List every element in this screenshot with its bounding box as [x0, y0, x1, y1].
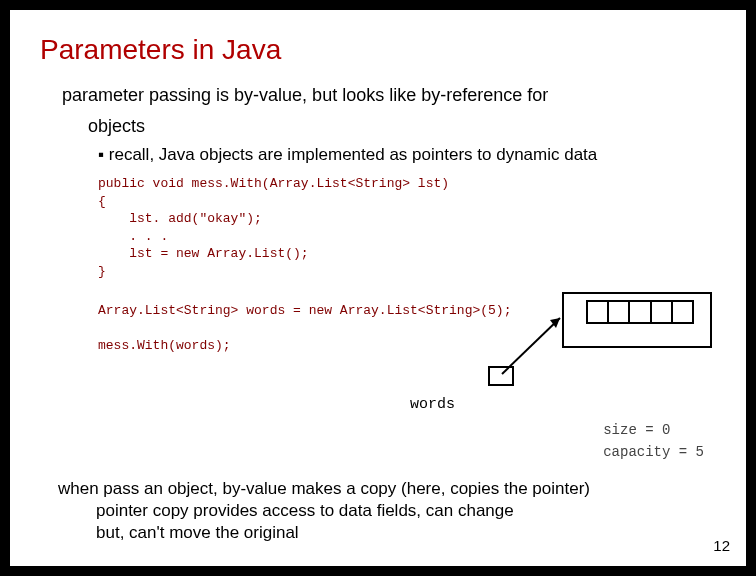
- array-cell: [588, 302, 609, 322]
- bottom-text: when pass an object, by-value makes a co…: [58, 478, 708, 544]
- intro-text-line2: objects: [88, 115, 716, 138]
- code-block-1: public void mess.With(Array.List<String>…: [98, 175, 716, 280]
- sub-bullet: ▪ recall, Java objects are implemented a…: [98, 145, 716, 165]
- array-cells: [586, 300, 694, 324]
- svg-line-0: [502, 318, 560, 374]
- square-bullet-icon: ▪: [98, 145, 104, 164]
- sub-bullet-text: recall, Java objects are implemented as …: [109, 145, 598, 164]
- array-cell: [673, 302, 692, 322]
- intro-text-line1: parameter passing is by-value, but looks…: [62, 84, 716, 107]
- object-diagram: [562, 300, 712, 324]
- slide-title: Parameters in Java: [40, 34, 716, 66]
- array-cell: [630, 302, 651, 322]
- pointer-arrow-icon: [498, 308, 578, 378]
- page-number: 12: [713, 537, 730, 554]
- bottom-line-1: when pass an object, by-value makes a co…: [58, 478, 708, 500]
- capacity-label: capacity = 5: [603, 444, 704, 460]
- array-cell: [652, 302, 673, 322]
- object-meta: size = 0 capacity = 5: [603, 422, 704, 460]
- words-label: words: [410, 396, 455, 413]
- array-cell: [609, 302, 630, 322]
- bottom-line-2: pointer copy provides access to data fie…: [96, 500, 708, 522]
- size-label: size = 0: [603, 422, 704, 438]
- bottom-line-3: but, can't move the original: [96, 522, 708, 544]
- slide: Parameters in Java parameter passing is …: [10, 10, 746, 566]
